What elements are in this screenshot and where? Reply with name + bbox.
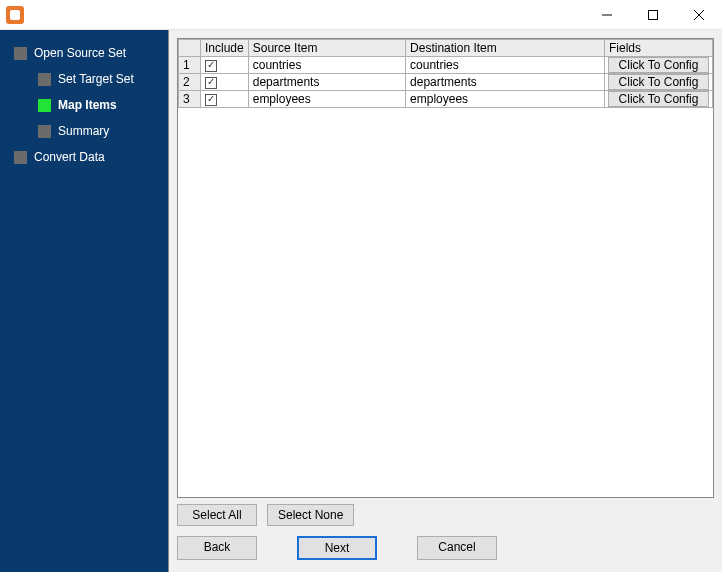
app-icon xyxy=(6,6,24,24)
click-to-config-button[interactable]: Click To Config xyxy=(608,57,709,73)
col-fields[interactable]: Fields xyxy=(605,40,713,57)
step-label: Summary xyxy=(58,124,109,138)
step-label: Convert Data xyxy=(34,150,105,164)
close-button[interactable] xyxy=(676,0,722,30)
selection-button-row: Select All Select None xyxy=(177,504,714,526)
include-checkbox-cell[interactable] xyxy=(201,74,249,91)
back-button[interactable]: Back xyxy=(177,536,257,560)
fields-cell: Click To Config xyxy=(605,91,713,108)
step-label: Open Source Set xyxy=(34,46,126,60)
include-checkbox-cell[interactable] xyxy=(201,57,249,74)
destination-item-cell[interactable]: countries xyxy=(406,57,605,74)
minimize-button[interactable] xyxy=(584,0,630,30)
wizard-step-open-source-set[interactable]: Open Source Set xyxy=(8,40,168,66)
table-row[interactable]: 1countriescountriesClick To Config xyxy=(179,57,713,74)
checkbox-icon[interactable] xyxy=(205,94,217,106)
step-marker-icon xyxy=(38,73,51,86)
svg-rect-1 xyxy=(649,10,658,19)
mapping-grid: Include Source Item Destination Item Fie… xyxy=(177,38,714,498)
source-item-cell[interactable]: departments xyxy=(248,74,405,91)
row-header[interactable]: 3 xyxy=(179,91,201,108)
select-all-button[interactable]: Select All xyxy=(177,504,257,526)
row-header-corner xyxy=(179,40,201,57)
table-row[interactable]: 3employeesemployeesClick To Config xyxy=(179,91,713,108)
col-include[interactable]: Include xyxy=(201,40,249,57)
col-destination-item[interactable]: Destination Item xyxy=(406,40,605,57)
source-item-cell[interactable]: countries xyxy=(248,57,405,74)
step-marker-icon xyxy=(14,151,27,164)
destination-item-cell[interactable]: employees xyxy=(406,91,605,108)
cancel-button[interactable]: Cancel xyxy=(417,536,497,560)
maximize-button[interactable] xyxy=(630,0,676,30)
step-marker-icon xyxy=(14,47,27,60)
fields-cell: Click To Config xyxy=(605,57,713,74)
wizard-step-summary[interactable]: Summary xyxy=(8,118,168,144)
wizard-step-convert-data[interactable]: Convert Data xyxy=(8,144,168,170)
include-checkbox-cell[interactable] xyxy=(201,91,249,108)
nav-button-row: Back Next Cancel xyxy=(177,536,714,560)
wizard-step-map-items[interactable]: Map Items xyxy=(8,92,168,118)
wizard-sidebar: Open Source SetSet Target SetMap ItemsSu… xyxy=(0,30,168,572)
row-header[interactable]: 1 xyxy=(179,57,201,74)
select-none-button[interactable]: Select None xyxy=(267,504,354,526)
titlebar xyxy=(0,0,722,30)
destination-item-cell[interactable]: departments xyxy=(406,74,605,91)
click-to-config-button[interactable]: Click To Config xyxy=(608,74,709,90)
source-item-cell[interactable]: employees xyxy=(248,91,405,108)
col-source-item[interactable]: Source Item xyxy=(248,40,405,57)
step-label: Map Items xyxy=(58,98,117,112)
wizard-step-set-target-set[interactable]: Set Target Set xyxy=(8,66,168,92)
next-button[interactable]: Next xyxy=(297,536,377,560)
fields-cell: Click To Config xyxy=(605,74,713,91)
window-controls xyxy=(584,0,722,30)
step-marker-icon xyxy=(38,125,51,138)
checkbox-icon[interactable] xyxy=(205,77,217,89)
row-header[interactable]: 2 xyxy=(179,74,201,91)
step-marker-icon xyxy=(38,99,51,112)
step-label: Set Target Set xyxy=(58,72,134,86)
click-to-config-button[interactable]: Click To Config xyxy=(608,91,709,107)
checkbox-icon[interactable] xyxy=(205,60,217,72)
main-panel: Include Source Item Destination Item Fie… xyxy=(168,30,722,572)
table-row[interactable]: 2departmentsdepartmentsClick To Config xyxy=(179,74,713,91)
